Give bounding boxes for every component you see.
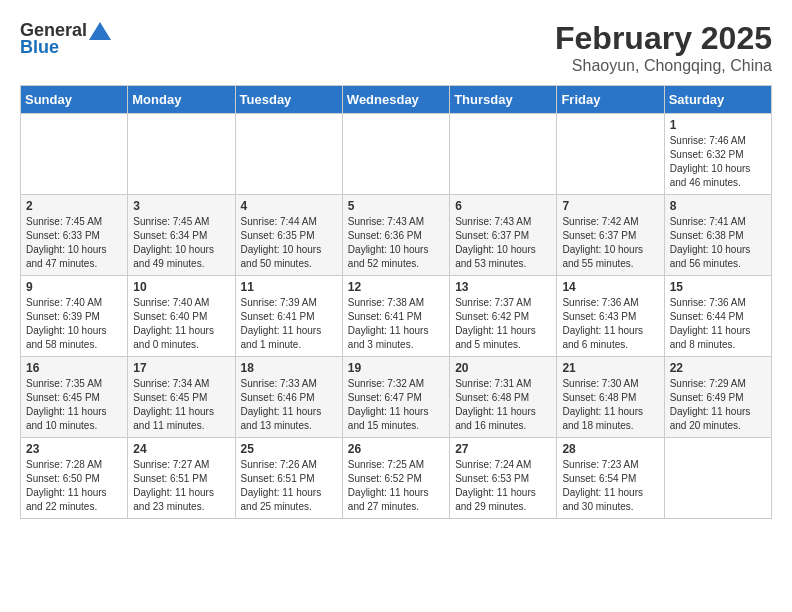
calendar-cell: 17Sunrise: 7:34 AM Sunset: 6:45 PM Dayli…	[128, 357, 235, 438]
calendar-cell: 21Sunrise: 7:30 AM Sunset: 6:48 PM Dayli…	[557, 357, 664, 438]
calendar-cell	[128, 114, 235, 195]
calendar-cell: 1Sunrise: 7:46 AM Sunset: 6:32 PM Daylig…	[664, 114, 771, 195]
calendar-week-row: 2Sunrise: 7:45 AM Sunset: 6:33 PM Daylig…	[21, 195, 772, 276]
calendar-cell: 26Sunrise: 7:25 AM Sunset: 6:52 PM Dayli…	[342, 438, 449, 519]
day-number: 23	[26, 442, 122, 456]
calendar-table: SundayMondayTuesdayWednesdayThursdayFrid…	[20, 85, 772, 519]
calendar-week-row: 9Sunrise: 7:40 AM Sunset: 6:39 PM Daylig…	[21, 276, 772, 357]
day-info: Sunrise: 7:38 AM Sunset: 6:41 PM Dayligh…	[348, 296, 444, 352]
calendar-week-row: 16Sunrise: 7:35 AM Sunset: 6:45 PM Dayli…	[21, 357, 772, 438]
day-number: 1	[670, 118, 766, 132]
calendar-week-row: 1Sunrise: 7:46 AM Sunset: 6:32 PM Daylig…	[21, 114, 772, 195]
day-info: Sunrise: 7:25 AM Sunset: 6:52 PM Dayligh…	[348, 458, 444, 514]
day-info: Sunrise: 7:29 AM Sunset: 6:49 PM Dayligh…	[670, 377, 766, 433]
day-number: 6	[455, 199, 551, 213]
day-info: Sunrise: 7:24 AM Sunset: 6:53 PM Dayligh…	[455, 458, 551, 514]
day-info: Sunrise: 7:26 AM Sunset: 6:51 PM Dayligh…	[241, 458, 337, 514]
day-number: 27	[455, 442, 551, 456]
calendar-cell: 25Sunrise: 7:26 AM Sunset: 6:51 PM Dayli…	[235, 438, 342, 519]
calendar-cell: 19Sunrise: 7:32 AM Sunset: 6:47 PM Dayli…	[342, 357, 449, 438]
day-number: 13	[455, 280, 551, 294]
day-info: Sunrise: 7:41 AM Sunset: 6:38 PM Dayligh…	[670, 215, 766, 271]
calendar-cell: 8Sunrise: 7:41 AM Sunset: 6:38 PM Daylig…	[664, 195, 771, 276]
svg-marker-0	[89, 22, 111, 40]
weekday-header-wednesday: Wednesday	[342, 86, 449, 114]
weekday-header-saturday: Saturday	[664, 86, 771, 114]
day-info: Sunrise: 7:37 AM Sunset: 6:42 PM Dayligh…	[455, 296, 551, 352]
day-number: 20	[455, 361, 551, 375]
calendar-week-row: 23Sunrise: 7:28 AM Sunset: 6:50 PM Dayli…	[21, 438, 772, 519]
day-info: Sunrise: 7:45 AM Sunset: 6:34 PM Dayligh…	[133, 215, 229, 271]
day-number: 5	[348, 199, 444, 213]
calendar-cell: 6Sunrise: 7:43 AM Sunset: 6:37 PM Daylig…	[450, 195, 557, 276]
weekday-header-row: SundayMondayTuesdayWednesdayThursdayFrid…	[21, 86, 772, 114]
day-number: 15	[670, 280, 766, 294]
calendar-cell: 18Sunrise: 7:33 AM Sunset: 6:46 PM Dayli…	[235, 357, 342, 438]
day-number: 12	[348, 280, 444, 294]
calendar-cell: 13Sunrise: 7:37 AM Sunset: 6:42 PM Dayli…	[450, 276, 557, 357]
calendar-cell: 28Sunrise: 7:23 AM Sunset: 6:54 PM Dayli…	[557, 438, 664, 519]
calendar-cell: 27Sunrise: 7:24 AM Sunset: 6:53 PM Dayli…	[450, 438, 557, 519]
calendar-cell	[557, 114, 664, 195]
day-info: Sunrise: 7:43 AM Sunset: 6:36 PM Dayligh…	[348, 215, 444, 271]
weekday-header-sunday: Sunday	[21, 86, 128, 114]
day-number: 7	[562, 199, 658, 213]
day-info: Sunrise: 7:40 AM Sunset: 6:40 PM Dayligh…	[133, 296, 229, 352]
day-number: 2	[26, 199, 122, 213]
day-number: 4	[241, 199, 337, 213]
logo-icon	[89, 22, 111, 40]
calendar-cell: 4Sunrise: 7:44 AM Sunset: 6:35 PM Daylig…	[235, 195, 342, 276]
day-info: Sunrise: 7:45 AM Sunset: 6:33 PM Dayligh…	[26, 215, 122, 271]
calendar-cell: 7Sunrise: 7:42 AM Sunset: 6:37 PM Daylig…	[557, 195, 664, 276]
calendar-subtitle: Shaoyun, Chongqing, China	[555, 57, 772, 75]
day-info: Sunrise: 7:23 AM Sunset: 6:54 PM Dayligh…	[562, 458, 658, 514]
day-number: 11	[241, 280, 337, 294]
day-info: Sunrise: 7:39 AM Sunset: 6:41 PM Dayligh…	[241, 296, 337, 352]
day-info: Sunrise: 7:35 AM Sunset: 6:45 PM Dayligh…	[26, 377, 122, 433]
day-number: 18	[241, 361, 337, 375]
weekday-header-monday: Monday	[128, 86, 235, 114]
calendar-cell	[664, 438, 771, 519]
calendar-cell: 3Sunrise: 7:45 AM Sunset: 6:34 PM Daylig…	[128, 195, 235, 276]
day-number: 24	[133, 442, 229, 456]
calendar-cell	[342, 114, 449, 195]
page-header: General Blue February 2025 Shaoyun, Chon…	[20, 20, 772, 75]
day-number: 8	[670, 199, 766, 213]
day-number: 26	[348, 442, 444, 456]
day-number: 16	[26, 361, 122, 375]
day-info: Sunrise: 7:42 AM Sunset: 6:37 PM Dayligh…	[562, 215, 658, 271]
day-number: 3	[133, 199, 229, 213]
day-info: Sunrise: 7:32 AM Sunset: 6:47 PM Dayligh…	[348, 377, 444, 433]
calendar-cell: 23Sunrise: 7:28 AM Sunset: 6:50 PM Dayli…	[21, 438, 128, 519]
calendar-cell: 10Sunrise: 7:40 AM Sunset: 6:40 PM Dayli…	[128, 276, 235, 357]
calendar-cell: 15Sunrise: 7:36 AM Sunset: 6:44 PM Dayli…	[664, 276, 771, 357]
day-number: 21	[562, 361, 658, 375]
calendar-cell: 20Sunrise: 7:31 AM Sunset: 6:48 PM Dayli…	[450, 357, 557, 438]
calendar-cell	[450, 114, 557, 195]
calendar-cell: 24Sunrise: 7:27 AM Sunset: 6:51 PM Dayli…	[128, 438, 235, 519]
day-info: Sunrise: 7:28 AM Sunset: 6:50 PM Dayligh…	[26, 458, 122, 514]
title-section: February 2025 Shaoyun, Chongqing, China	[555, 20, 772, 75]
day-number: 22	[670, 361, 766, 375]
calendar-cell	[21, 114, 128, 195]
day-info: Sunrise: 7:33 AM Sunset: 6:46 PM Dayligh…	[241, 377, 337, 433]
weekday-header-thursday: Thursday	[450, 86, 557, 114]
day-info: Sunrise: 7:34 AM Sunset: 6:45 PM Dayligh…	[133, 377, 229, 433]
day-number: 19	[348, 361, 444, 375]
logo-blue-text: Blue	[20, 37, 59, 58]
calendar-cell: 22Sunrise: 7:29 AM Sunset: 6:49 PM Dayli…	[664, 357, 771, 438]
calendar-cell: 5Sunrise: 7:43 AM Sunset: 6:36 PM Daylig…	[342, 195, 449, 276]
day-number: 10	[133, 280, 229, 294]
day-info: Sunrise: 7:36 AM Sunset: 6:44 PM Dayligh…	[670, 296, 766, 352]
day-number: 9	[26, 280, 122, 294]
calendar-cell: 16Sunrise: 7:35 AM Sunset: 6:45 PM Dayli…	[21, 357, 128, 438]
calendar-cell: 9Sunrise: 7:40 AM Sunset: 6:39 PM Daylig…	[21, 276, 128, 357]
calendar-cell: 14Sunrise: 7:36 AM Sunset: 6:43 PM Dayli…	[557, 276, 664, 357]
day-info: Sunrise: 7:46 AM Sunset: 6:32 PM Dayligh…	[670, 134, 766, 190]
calendar-cell: 11Sunrise: 7:39 AM Sunset: 6:41 PM Dayli…	[235, 276, 342, 357]
day-number: 14	[562, 280, 658, 294]
calendar-cell: 2Sunrise: 7:45 AM Sunset: 6:33 PM Daylig…	[21, 195, 128, 276]
calendar-cell: 12Sunrise: 7:38 AM Sunset: 6:41 PM Dayli…	[342, 276, 449, 357]
calendar-cell	[235, 114, 342, 195]
weekday-header-tuesday: Tuesday	[235, 86, 342, 114]
